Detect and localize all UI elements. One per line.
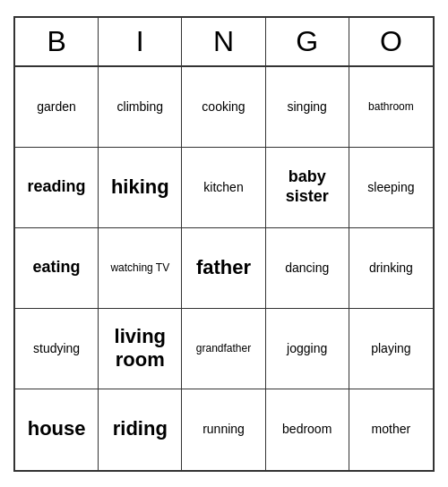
header-letter-b: B <box>15 18 99 65</box>
cell-text-10: eating <box>33 258 81 278</box>
bingo-cell-18[interactable]: jogging <box>266 309 349 389</box>
cell-text-13: dancing <box>285 261 329 276</box>
bingo-cell-1[interactable]: climbing <box>99 67 182 148</box>
bingo-cell-13[interactable]: dancing <box>266 228 349 309</box>
bingo-cell-11[interactable]: watching TV <box>99 228 182 309</box>
bingo-cell-24[interactable]: mother <box>349 389 433 470</box>
bingo-grid: gardenclimbingcookingsingingbathroomread… <box>15 67 433 470</box>
bingo-cell-20[interactable]: house <box>15 389 99 470</box>
bingo-card: BINGO gardenclimbingcookingsingingbathro… <box>13 16 435 472</box>
bingo-cell-3[interactable]: singing <box>266 67 349 148</box>
bingo-cell-23[interactable]: bedroom <box>266 389 349 470</box>
cell-text-2: cooking <box>202 99 245 115</box>
bingo-cell-12[interactable]: father <box>182 228 265 309</box>
cell-text-8: baby sister <box>270 167 345 206</box>
cell-text-21: riding <box>113 417 168 440</box>
bingo-cell-2[interactable]: cooking <box>182 67 265 148</box>
header-letter-i: I <box>99 18 182 65</box>
bingo-cell-19[interactable]: playing <box>349 309 433 389</box>
bingo-cell-10[interactable]: eating <box>15 228 99 309</box>
cell-text-3: singing <box>288 99 327 115</box>
bingo-cell-8[interactable]: baby sister <box>266 148 349 228</box>
cell-text-9: sleeping <box>367 180 414 195</box>
cell-text-14: drinking <box>369 261 413 276</box>
cell-text-22: running <box>202 422 245 437</box>
bingo-cell-9[interactable]: sleeping <box>349 148 433 228</box>
cell-text-24: mother <box>372 422 411 437</box>
header-letter-o: O <box>349 18 433 65</box>
cell-text-0: garden <box>37 99 76 115</box>
bingo-cell-0[interactable]: garden <box>15 67 99 148</box>
bingo-cell-14[interactable]: drinking <box>349 228 433 309</box>
cell-text-4: bathroom <box>368 100 414 113</box>
bingo-cell-22[interactable]: running <box>182 389 265 470</box>
cell-text-19: playing <box>371 341 410 356</box>
cell-text-23: bedroom <box>282 422 332 437</box>
cell-text-7: kitchen <box>203 180 243 195</box>
bingo-cell-17[interactable]: grandfather <box>182 309 265 389</box>
bingo-cell-6[interactable]: hiking <box>99 148 182 228</box>
bingo-cell-15[interactable]: studying <box>15 309 99 389</box>
cell-text-16: living room <box>102 325 177 372</box>
cell-text-5: reading <box>28 177 86 197</box>
header-letter-n: N <box>182 18 265 65</box>
cell-text-1: climbing <box>117 99 163 115</box>
bingo-cell-21[interactable]: riding <box>99 389 182 470</box>
cell-text-12: father <box>196 256 251 279</box>
bingo-cell-5[interactable]: reading <box>15 148 99 228</box>
cell-text-6: hiking <box>111 175 169 199</box>
cell-text-20: house <box>28 417 86 440</box>
cell-text-15: studying <box>33 341 80 356</box>
bingo-cell-7[interactable]: kitchen <box>182 148 265 228</box>
cell-text-18: jogging <box>287 341 327 356</box>
header-letter-g: G <box>266 18 349 65</box>
cell-text-17: grandfather <box>196 342 251 355</box>
cell-text-11: watching TV <box>110 261 169 274</box>
bingo-cell-16[interactable]: living room <box>99 309 182 389</box>
bingo-header: BINGO <box>15 18 433 67</box>
bingo-cell-4[interactable]: bathroom <box>349 67 433 148</box>
